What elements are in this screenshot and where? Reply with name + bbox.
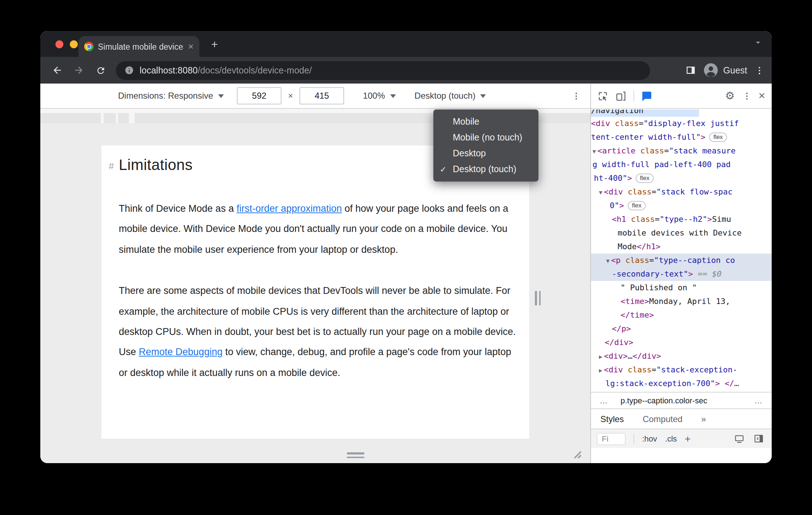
dom-tree-line[interactable]: </time> [591,308,772,322]
computed-sidebar-toggle-icon[interactable] [754,434,764,444]
profile-label: Guest [723,65,747,75]
devtools-menu-icon[interactable] [742,91,751,100]
code-token: ▼ [606,258,610,264]
heading-anchor-hash[interactable]: # [109,161,114,171]
reload-icon[interactable] [91,61,110,80]
remote-debugging-link[interactable]: Remote Debugging [139,347,223,358]
rendering-emulations-icon[interactable] [734,434,744,444]
zoom-dropdown[interactable]: 100% [363,91,396,101]
chevron-down-icon [390,94,396,98]
tab-computed[interactable]: Computed [642,414,682,424]
menu-item-desktop-touch-[interactable]: ✓Desktop (touch) [433,161,538,177]
viewport-resize-handle-right[interactable] [535,291,541,305]
menu-item-mobile-no-touch-[interactable]: Mobile (no touch) [433,130,538,145]
profile-button[interactable]: Guest [703,63,747,78]
viewport-resize-handle-corner[interactable] [570,447,582,459]
settings-gear-icon[interactable]: ⚙ [725,90,735,101]
url-bar[interactable]: localhost:8080/docs/devtools/device-mode… [116,61,650,80]
dom-tree-line[interactable]: <h1 class="type--h2">Simu [591,212,772,226]
url-host: localhost:8080 [140,65,198,75]
styles-filter-bar: Fi :hov .cls + [591,429,772,448]
dom-tree-line[interactable]: 0">flex [591,199,772,212]
code-token: lg:stack-exception-700" [605,379,715,388]
dom-tree-line[interactable]: ▶<div class="stack-exception- [591,363,772,377]
dom-tree-line[interactable]: ▶<div>…</div> [591,349,772,363]
dom-tree-line[interactable]: /navigation [591,109,699,117]
dom-breadcrumbs: … p.type--caption.color-sec … [591,392,772,408]
forward-icon[interactable] [69,61,89,80]
main-content: Dimensions: Responsive × 100% Desktop (t… [40,84,772,463]
tab-search-chevron-icon[interactable] [753,37,763,48]
device-toolbar-menu-icon[interactable] [572,91,581,100]
new-style-rule-button[interactable]: + [685,433,691,444]
menu-item-desktop[interactable]: Desktop [433,145,538,161]
height-input[interactable] [299,87,344,104]
device-toolbar-toggle-icon[interactable] [615,90,626,101]
avatar-icon [703,63,718,78]
dom-tree-line[interactable]: " Published on " [591,281,772,295]
tab-styles[interactable]: Styles [600,414,624,424]
paragraph-1: Think of Device Mode as a first-order ap… [119,199,518,260]
code-token: " Published on " [621,283,697,292]
console-messages-icon[interactable] [641,90,652,101]
breadcrumb-overflow-left[interactable]: … [600,396,608,405]
close-window-button[interactable] [55,40,63,48]
dom-tree-line[interactable]: <div class="display-flex justif [591,117,772,130]
inspect-element-icon[interactable] [597,90,608,101]
code-token: "type--h2" [660,215,707,224]
dom-tree-line[interactable]: Mode</h1> [591,240,772,254]
code-token [720,379,725,388]
viewport-resize-handle-bottom[interactable] [347,452,364,458]
dom-tree-line[interactable]: g width-full pad-left-400 pad [591,158,772,171]
styles-filter-input[interactable]: Fi [597,433,626,445]
code-token: <time> [621,297,649,306]
breadcrumb[interactable]: p.type--caption.color-sec [621,396,707,405]
device-type-dropdown[interactable]: Desktop (touch) [415,91,486,101]
code-token [623,365,628,375]
side-panel-icon[interactable] [685,65,696,76]
browser-menu-icon[interactable] [754,65,764,75]
dom-tree-line[interactable]: -secondary-text"> == $0 [591,267,772,281]
code-token: </… [725,379,739,388]
devtools-pane: ⚙ × /navigation<div class="display-flex … [590,84,772,463]
code-token: <h1 [612,215,626,224]
toggle-element-state-button[interactable]: :hov [642,434,657,443]
devtools-empty-space [591,448,772,463]
new-tab-button[interactable]: + [207,37,222,53]
dimensions-dropdown[interactable]: Dimensions: Responsive [118,91,224,101]
zoom-value: 100% [363,91,385,101]
url-path: /docs/devtools/device-mode/ [198,65,312,75]
menu-item-label: Desktop (touch) [453,164,516,174]
menu-item-label: Mobile (no touch) [453,133,522,143]
devtools-close-icon[interactable]: × [758,90,765,102]
dom-tree-line[interactable]: <time>Monday, April 13, [591,295,772,308]
dom-tree-line[interactable]: ▼<article class="stack measure [591,144,772,158]
minimize-window-button[interactable] [70,40,78,48]
dom-tree-line[interactable]: </p> [591,322,772,336]
site-info-icon[interactable] [125,66,134,75]
code-token: Simu [712,215,731,224]
menu-item-label: Desktop [453,148,486,158]
dimensions-label: Dimensions: Responsive [118,91,213,101]
browser-tab[interactable]: Simulate mobile devices with D × [78,36,199,57]
code-token: /navigation [591,109,644,115]
first-order-approximation-link[interactable]: first-order approximation [236,203,342,214]
dom-tree-line[interactable]: ▼<div class="stack flow-spac [591,185,772,199]
element-classes-button[interactable]: .cls [665,434,677,443]
code-token: <div [604,365,623,375]
code-token: = [651,365,656,375]
code-token: = [649,256,654,265]
dom-tree-line[interactable]: ▼<p class="type--caption co [591,254,772,267]
tab-close-icon[interactable]: × [188,42,194,51]
menu-item-mobile[interactable]: Mobile [433,114,538,130]
dom-tree-line[interactable]: tent-center width-full">flex [591,130,772,144]
breadcrumb-overflow-right[interactable]: … [754,396,763,405]
dom-tree-line[interactable]: ht-400">flex [591,171,772,185]
code-token: <div [591,119,610,128]
width-input[interactable] [237,87,281,104]
more-tabs-icon[interactable]: » [701,414,706,424]
dom-tree-line[interactable]: lg:stack-exception-700"> </… [591,377,772,390]
dom-tree-line[interactable]: </div> [591,336,772,349]
back-icon[interactable] [48,61,67,80]
dom-tree-line[interactable]: mobile devices with Device [591,226,772,240]
